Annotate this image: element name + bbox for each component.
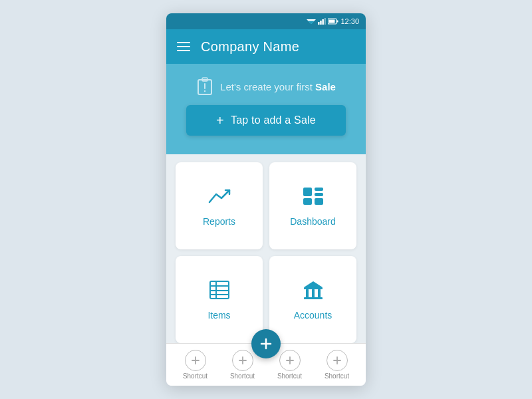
- svg-rect-17: [303, 198, 312, 205]
- svg-rect-28: [318, 289, 321, 297]
- dashboard-label: Dashboard: [290, 216, 336, 227]
- svg-rect-25: [304, 287, 323, 289]
- svg-rect-26: [306, 289, 309, 297]
- shortcut-3-label: Shortcut: [277, 372, 302, 380]
- svg-rect-14: [303, 188, 312, 196]
- shortcut-1-label: Shortcut: [183, 372, 207, 380]
- first-sale-banner: Let's create your first Sale: [196, 77, 336, 96]
- app-bar-title: Company Name: [201, 39, 299, 55]
- shortcut-4-icon: [327, 350, 348, 371]
- reports-icon: [207, 185, 232, 211]
- shortcut-2-label: Shortcut: [230, 372, 255, 380]
- shortcut-2-icon: [232, 350, 253, 371]
- signal-icon: [318, 18, 326, 25]
- nav-shortcut-3[interactable]: Shortcut: [271, 350, 309, 380]
- svg-rect-9: [329, 20, 335, 23]
- shortcut-1-icon: [185, 350, 206, 371]
- add-sale-label: Tap to add a Sale: [231, 114, 316, 126]
- app-bar: Company Name: [166, 29, 366, 64]
- status-icons: 12:30: [307, 17, 359, 25]
- items-label: Items: [207, 310, 230, 321]
- add-sale-plus-icon: +: [216, 114, 224, 127]
- svg-rect-24: [304, 297, 323, 299]
- svg-point-13: [204, 90, 205, 92]
- grid-item-reports[interactable]: Reports: [176, 162, 263, 249]
- grid-item-items[interactable]: Items: [176, 256, 263, 343]
- fab-button[interactable]: [251, 329, 281, 358]
- items-icon: [207, 279, 232, 305]
- svg-rect-18: [315, 198, 323, 205]
- svg-rect-15: [315, 188, 323, 191]
- svg-rect-16: [315, 193, 323, 196]
- add-sale-button[interactable]: + Tap to add a Sale: [186, 105, 346, 136]
- svg-rect-4: [321, 21, 323, 25]
- shortcut-3-icon: [279, 350, 301, 371]
- status-time: 12:30: [340, 17, 359, 25]
- dashboard-icon: [301, 185, 326, 211]
- svg-rect-3: [318, 22, 320, 25]
- status-bar: 12:30: [166, 13, 366, 29]
- grid-menu: Reports Dashboard: [166, 154, 366, 343]
- accounts-icon: [301, 279, 326, 305]
- shortcut-4-label: Shortcut: [325, 372, 349, 380]
- wifi-icon: [307, 18, 316, 25]
- bottom-nav: Shortcut Shortcut: [166, 343, 366, 386]
- hero-area: Let's create your first Sale + Tap to ad…: [166, 64, 366, 154]
- phone-frame: 12:30 Company Name Let's create your fir…: [166, 13, 366, 386]
- svg-rect-6: [325, 18, 326, 25]
- nav-shortcut-4[interactable]: Shortcut: [319, 350, 356, 380]
- grid-item-dashboard[interactable]: Dashboard: [269, 162, 356, 249]
- first-sale-label: Let's create your first Sale: [220, 81, 336, 92]
- svg-marker-2: [309, 23, 313, 24]
- hamburger-menu-icon[interactable]: [177, 42, 190, 51]
- nav-shortcut-1[interactable]: Shortcut: [177, 350, 214, 380]
- first-sale-highlight: Sale: [315, 81, 336, 92]
- svg-rect-27: [312, 289, 315, 297]
- svg-rect-5: [323, 19, 325, 25]
- svg-rect-8: [337, 21, 338, 23]
- svg-marker-29: [304, 281, 323, 287]
- clipboard-icon: [196, 77, 213, 96]
- battery-icon: [328, 18, 338, 25]
- grid-item-accounts[interactable]: Accounts: [269, 256, 356, 343]
- reports-label: Reports: [203, 216, 235, 227]
- accounts-label: Accounts: [294, 310, 332, 321]
